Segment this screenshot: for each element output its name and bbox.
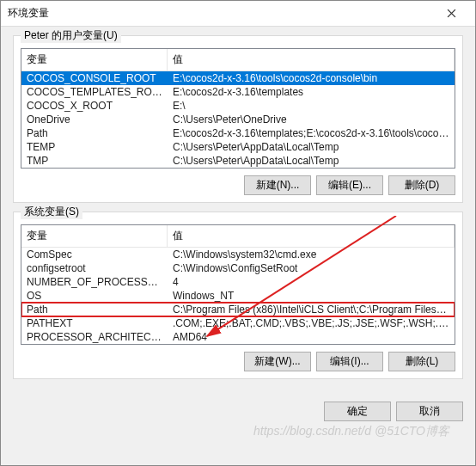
env-vars-dialog: 环境变量 Peter 的用户变量(U) 变量 值 COCOS_CONSOLE_R… bbox=[0, 0, 476, 466]
dialog-content: Peter 的用户变量(U) 变量 值 COCOS_CONSOLE_ROOTE:… bbox=[1, 27, 475, 395]
table-row[interactable]: configsetrootC:\Windows\ConfigSetRoot bbox=[21, 261, 455, 275]
table-row[interactable]: OneDriveC:\Users\Peter\OneDrive bbox=[21, 113, 455, 126]
ok-button[interactable]: 确定 bbox=[324, 402, 391, 421]
var-value-cell: 4 bbox=[168, 275, 455, 289]
system-button-row: 新建(W)... 编辑(I)... 删除(L) bbox=[21, 345, 455, 371]
table-row[interactable]: PathC:\Program Files (x86)\Intel\iCLS Cl… bbox=[21, 303, 455, 316]
table-row[interactable]: OSWindows_NT bbox=[21, 289, 455, 303]
close-icon[interactable] bbox=[434, 2, 468, 26]
table-row[interactable]: COCOS_X_ROOTE:\ bbox=[21, 99, 455, 113]
system-new-button[interactable]: 新建(W)... bbox=[244, 352, 311, 371]
var-name-cell: COCOS_TEMPLATES_ROOT bbox=[21, 85, 168, 99]
var-name-cell: configsetroot bbox=[21, 261, 168, 275]
user-vars-list[interactable]: 变量 值 COCOS_CONSOLE_ROOTE:\cocos2d-x-3.16… bbox=[21, 48, 455, 169]
system-list-header: 变量 值 bbox=[21, 225, 455, 248]
table-row[interactable]: TMPC:\Users\Peter\AppData\Local\Temp bbox=[21, 154, 455, 168]
var-name-cell: COCOS_CONSOLE_ROOT bbox=[21, 71, 168, 85]
var-name-cell: TMP bbox=[21, 154, 168, 168]
cancel-button[interactable]: 取消 bbox=[396, 402, 463, 421]
var-value-cell: .COM;.EXE;.BAT;.CMD;.VBS;.VBE;.JS;.JSE;.… bbox=[168, 316, 455, 330]
system-delete-button[interactable]: 删除(L) bbox=[388, 352, 455, 371]
var-name-cell: PROCESSOR_ARCHITECTURE bbox=[21, 330, 168, 344]
system-vars-group: 系统变量(S) 变量 值 ComSpecC:\Windows\system32\… bbox=[13, 212, 463, 379]
var-value-cell: C:\Users\Peter\OneDrive bbox=[168, 113, 455, 126]
var-name-cell: OneDrive bbox=[21, 113, 168, 126]
table-row[interactable]: PathE:\cocos2d-x-3.16\templates;E:\cocos… bbox=[21, 126, 455, 140]
system-edit-button[interactable]: 编辑(I)... bbox=[316, 352, 383, 371]
table-row[interactable]: ComSpecC:\Windows\system32\cmd.exe bbox=[21, 248, 455, 261]
var-value-cell: C:\Users\Peter\AppData\Local\Temp bbox=[168, 154, 455, 168]
user-new-button[interactable]: 新建(N)... bbox=[244, 175, 311, 195]
user-button-row: 新建(N)... 编辑(E)... 删除(D) bbox=[21, 169, 455, 195]
col-header-name[interactable]: 变量 bbox=[21, 225, 168, 247]
col-header-value[interactable]: 值 bbox=[168, 49, 455, 71]
var-value-cell: E:\cocos2d-x-3.16\templates;E:\cocos2d-x… bbox=[168, 126, 455, 140]
var-value-cell: C:\Program Files (x86)\Intel\iCLS Client… bbox=[168, 303, 455, 316]
var-value-cell: C:\Users\Peter\AppData\Local\Temp bbox=[168, 140, 455, 154]
var-value-cell: E:\ bbox=[168, 99, 455, 113]
user-edit-button[interactable]: 编辑(E)... bbox=[316, 175, 383, 195]
user-list-header: 变量 值 bbox=[21, 49, 455, 71]
user-vars-label: Peter 的用户变量(U) bbox=[21, 28, 121, 43]
user-vars-group: Peter 的用户变量(U) 变量 值 COCOS_CONSOLE_ROOTE:… bbox=[13, 35, 463, 203]
col-header-value[interactable]: 值 bbox=[168, 225, 455, 247]
var-value-cell: C:\Windows\ConfigSetRoot bbox=[168, 261, 455, 275]
titlebar: 环境变量 bbox=[1, 1, 475, 27]
system-vars-label: 系统变量(S) bbox=[21, 205, 82, 219]
table-row[interactable]: COCOS_CONSOLE_ROOTE:\cocos2d-x-3.16\tool… bbox=[21, 71, 455, 85]
table-row[interactable]: PROCESSOR_ARCHITECTUREAMD64 bbox=[21, 330, 455, 344]
var-name-cell: NUMBER_OF_PROCESSORS bbox=[21, 275, 168, 289]
table-row[interactable]: TEMPC:\Users\Peter\AppData\Local\Temp bbox=[21, 140, 455, 154]
table-row[interactable]: PATHEXT.COM;.EXE;.BAT;.CMD;.VBS;.VBE;.JS… bbox=[21, 316, 455, 330]
table-row[interactable]: COCOS_TEMPLATES_ROOTE:\cocos2d-x-3.16\te… bbox=[21, 85, 455, 99]
var-name-cell: ComSpec bbox=[21, 248, 168, 261]
var-value-cell: E:\cocos2d-x-3.16\templates bbox=[168, 85, 455, 99]
watermark-text: https://blog.csdn.net/d @51CTO博客 bbox=[253, 424, 449, 439]
var-name-cell: COCOS_X_ROOT bbox=[21, 99, 168, 113]
var-value-cell: AMD64 bbox=[168, 330, 455, 344]
var-name-cell: OS bbox=[21, 289, 168, 303]
var-name-cell: PATHEXT bbox=[21, 316, 168, 330]
table-row[interactable]: NUMBER_OF_PROCESSORS4 bbox=[21, 275, 455, 289]
var-value-cell: Windows_NT bbox=[168, 289, 455, 303]
window-title: 环境变量 bbox=[8, 6, 434, 21]
col-header-name[interactable]: 变量 bbox=[21, 49, 168, 71]
var-value-cell: E:\cocos2d-x-3.16\tools\cocos2d-console\… bbox=[168, 71, 455, 85]
var-value-cell: C:\Windows\system32\cmd.exe bbox=[168, 248, 455, 261]
var-name-cell: Path bbox=[21, 303, 168, 316]
system-vars-list[interactable]: 变量 值 ComSpecC:\Windows\system32\cmd.exec… bbox=[21, 224, 455, 345]
user-delete-button[interactable]: 删除(D) bbox=[388, 175, 455, 195]
var-name-cell: Path bbox=[21, 126, 168, 140]
var-name-cell: TEMP bbox=[21, 140, 168, 154]
